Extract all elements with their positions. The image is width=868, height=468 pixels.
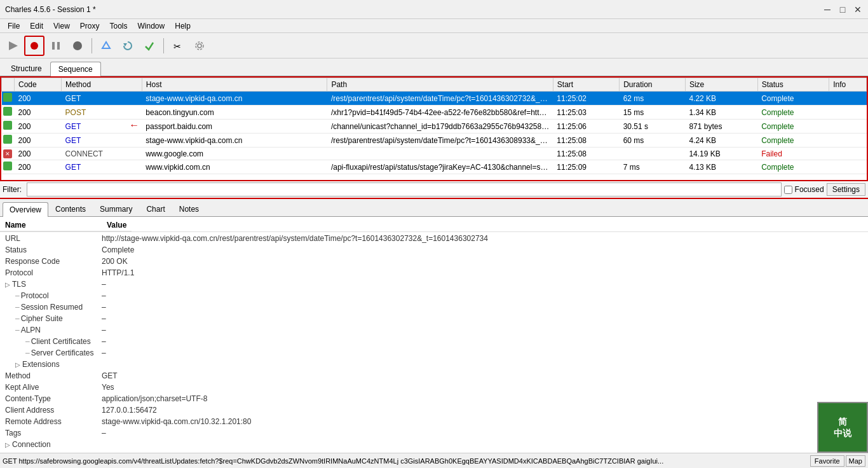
tab-contents[interactable]: Contents: [48, 202, 93, 216]
table-cell: CONNECT: [62, 148, 142, 160]
row-status-icon: [2, 92, 15, 106]
table-cell: POST: [62, 106, 142, 120]
detail-key: Content-Type: [0, 394, 102, 403]
detail-row: –Session Resumed–: [0, 302, 868, 313]
table-row[interactable]: 200GETwww.vipkid.com.cn/api-fluxapi/rest…: [2, 160, 867, 174]
col-code[interactable]: Code: [15, 78, 62, 92]
detail-key: ▷Connection: [0, 440, 102, 449]
table-row[interactable]: ✕200CONNECTwww.google.com11:25:0814.19 K…: [2, 148, 867, 160]
filter-input[interactable]: [27, 182, 782, 196]
table-cell: 62 ms: [620, 92, 686, 106]
table-cell: 30.51 s: [620, 120, 686, 134]
table-cell: 11:25:03: [553, 106, 619, 120]
filter-settings-button[interactable]: Settings: [827, 183, 865, 196]
detail-value: HTTP/1.1: [102, 268, 868, 277]
detail-value: Complete: [102, 245, 868, 254]
detail-value: –: [102, 337, 868, 346]
table-cell: 4.24 KB: [685, 134, 757, 148]
toolbar-separator-1: [92, 38, 92, 53]
table-cell: /channel/unicast?channel_id=b179ddb7663a…: [327, 120, 553, 134]
refresh-button[interactable]: [118, 36, 138, 56]
detail-row: Content-Typeapplication/json;charset=UTF…: [0, 394, 868, 405]
svg-point-8: [198, 44, 201, 48]
app-window: Charles 4.5.6 - Session 1 * ─ □ ✕ FileEd…: [0, 0, 868, 468]
minimize-button[interactable]: ─: [822, 4, 832, 15]
col-status[interactable]: Status: [757, 78, 829, 92]
col-method[interactable]: Method: [62, 78, 142, 92]
record-button[interactable]: [24, 36, 44, 56]
status-bar: GET https://safebrowsing.googleapis.com/…: [0, 453, 868, 468]
tab-structure[interactable]: Structure: [3, 61, 50, 76]
table-cell: GET: [62, 92, 142, 106]
table-cell: 200: [15, 106, 62, 120]
tab-sequence[interactable]: Sequence: [50, 62, 101, 76]
detail-value: 127.0.0.1:56472: [102, 406, 868, 415]
detail-row: –Cipher Suite–: [0, 313, 868, 325]
tab-overview[interactable]: Overview: [3, 202, 48, 217]
table-row[interactable]: 200GETstage-www.vipkid-qa.com.cn/rest/pa…: [2, 134, 867, 148]
table-cell: [829, 160, 867, 174]
col-start[interactable]: Start: [553, 78, 619, 92]
table-row[interactable]: 200GETpassport.baidu.com←/channel/unicas…: [2, 120, 867, 134]
col-size[interactable]: Size: [685, 78, 757, 92]
table-cell: 1.34 KB: [685, 106, 757, 120]
value-header: Value: [102, 219, 132, 231]
menu-item-window[interactable]: Window: [133, 20, 170, 32]
favorite-button[interactable]: Favorite: [810, 455, 844, 467]
table-cell: Complete: [757, 106, 829, 120]
table-cell: 4.22 KB: [685, 92, 757, 106]
tab-notes[interactable]: Notes: [172, 202, 206, 216]
detail-key: –Session Resumed: [0, 303, 102, 312]
col-info[interactable]: Info: [829, 78, 867, 92]
table-cell: 200: [15, 160, 62, 174]
table-row[interactable]: 200GETstage-www.vipkid-qa.com.cn/rest/pa…: [2, 92, 867, 106]
start-button[interactable]: [3, 36, 23, 56]
detail-key: Method: [0, 371, 102, 380]
tab-summary[interactable]: Summary: [93, 202, 139, 216]
check-button[interactable]: [139, 36, 159, 56]
map-button[interactable]: Map: [846, 455, 865, 467]
menu-item-file[interactable]: File: [3, 20, 25, 32]
col-duration[interactable]: Duration: [620, 78, 686, 92]
table-cell: /xhr1?pvid=b41f49d5-74b4-42ee-a522-fe76e…: [327, 106, 553, 120]
detail-value: –: [102, 280, 868, 289]
detail-key: –ALPN: [0, 326, 102, 334]
detail-value: stage-www.vipkid-qa.com.cn/10.32.1.201:8…: [102, 417, 868, 426]
table-cell: passport.baidu.com←: [142, 120, 327, 134]
menu-item-view[interactable]: View: [48, 20, 75, 32]
toolbar-separator-2: [163, 38, 164, 53]
close-button[interactable]: ✕: [853, 4, 863, 15]
svg-rect-3: [57, 42, 60, 50]
detail-value: –: [102, 326, 868, 334]
table-cell: 11:25:08: [553, 134, 619, 148]
table-cell: GET: [62, 120, 142, 134]
table-cell: 11:25:06: [553, 120, 619, 134]
gear-button[interactable]: [189, 36, 210, 56]
compose-button[interactable]: [96, 36, 116, 56]
detail-section-header[interactable]: ▷Extensions: [0, 359, 868, 371]
table-cell: Complete: [757, 134, 829, 148]
col-host[interactable]: Host: [142, 78, 327, 92]
menu-item-tools[interactable]: Tools: [105, 20, 133, 32]
focused-checkbox[interactable]: [784, 186, 792, 194]
maximize-button[interactable]: □: [837, 4, 848, 15]
menu-item-proxy[interactable]: Proxy: [75, 20, 105, 32]
table-row[interactable]: 200POSTbeacon.tingyun.com/xhr1?pvid=b41f…: [2, 106, 867, 120]
table-cell: Complete: [757, 120, 829, 134]
detail-value: http://stage-www.vipkid-qa.com.cn/rest/p…: [102, 234, 868, 243]
clear-button[interactable]: [67, 36, 88, 56]
pause-button[interactable]: [46, 36, 66, 56]
col-path[interactable]: Path: [327, 78, 553, 92]
table-cell: 200: [15, 134, 62, 148]
tab-chart[interactable]: Chart: [139, 202, 172, 216]
scissors-button[interactable]: ✂: [168, 36, 188, 56]
view-tabs: Structure Sequence: [0, 59, 868, 76]
table-cell: 11:25:08: [553, 148, 619, 160]
menu-item-help[interactable]: Help: [170, 20, 196, 32]
focused-label: Focused: [795, 185, 824, 194]
table-cell: Failed: [757, 148, 829, 160]
detail-section-header[interactable]: ▷Connection: [0, 439, 868, 451]
detail-section-header[interactable]: ▷TLS–: [0, 279, 868, 291]
menu-item-edit[interactable]: Edit: [25, 20, 48, 32]
detail-row: Client Address127.0.0.1:56472: [0, 405, 868, 416]
